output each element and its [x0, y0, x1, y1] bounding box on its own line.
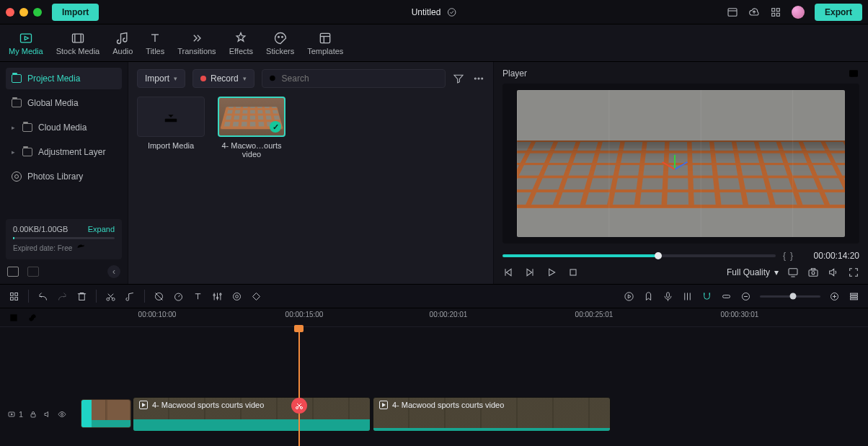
tab-effects[interactable]: Effects: [229, 31, 253, 55]
sidebar-item-cloud-media[interactable]: ▸ Cloud Media: [6, 117, 122, 138]
sidebar-item-adjustment-layer[interactable]: ▸ Adjustment Layer: [6, 141, 122, 163]
timeline-clip[interactable]: 4- Macwood sports courts video: [373, 397, 611, 432]
storage-expiry: Expired date: Free: [13, 244, 115, 252]
storage-expand-link[interactable]: Expand: [88, 225, 115, 233]
undo-icon[interactable]: [37, 291, 48, 302]
zoom-in-icon[interactable]: [829, 291, 840, 302]
cloud-upload-icon[interactable]: [748, 6, 760, 18]
sidebar-item-project-media[interactable]: Project Media: [6, 68, 122, 89]
render-icon[interactable]: [624, 291, 634, 302]
mixer-icon[interactable]: [682, 291, 693, 302]
user-avatar-icon[interactable]: [792, 6, 805, 19]
volume-icon[interactable]: [828, 267, 839, 278]
cut-icon[interactable]: [105, 291, 116, 302]
tab-audio[interactable]: Audio: [112, 31, 133, 55]
camera-snapshot-icon[interactable]: [807, 267, 819, 278]
ruler-tick: 00:00:30:01: [721, 311, 759, 318]
delete-icon[interactable]: [76, 291, 87, 302]
media-search[interactable]: [262, 69, 446, 88]
snapshot-icon[interactable]: [848, 68, 859, 79]
tab-my-media[interactable]: My Media: [9, 31, 43, 55]
track-lock-icon[interactable]: [29, 410, 37, 419]
clip-head-thumb[interactable]: [81, 399, 131, 428]
window-zoom-icon[interactable]: [33, 8, 42, 17]
tracks-view-icon[interactable]: [849, 291, 859, 302]
track-visible-icon[interactable]: [58, 410, 66, 419]
keyframe-icon[interactable]: [251, 291, 262, 302]
svg-marker-40: [830, 269, 834, 275]
apps-grid-icon[interactable]: [770, 6, 781, 18]
filter-icon[interactable]: [453, 73, 464, 84]
timeline-body[interactable]: 1 4- Macwood sports courts video 4- Macw…: [0, 327, 868, 446]
timeline-link-icon[interactable]: [27, 313, 37, 323]
svg-rect-84: [9, 412, 14, 416]
speed-icon[interactable]: [173, 291, 184, 302]
crop-icon[interactable]: [154, 291, 164, 302]
refresh-icon[interactable]: [76, 244, 85, 252]
collapse-sidebar-icon[interactable]: ‹: [107, 265, 120, 278]
color-icon[interactable]: [231, 291, 242, 302]
import-button[interactable]: Import: [52, 4, 99, 21]
cut-indicator-icon[interactable]: [291, 398, 307, 414]
zoom-slider[interactable]: [760, 295, 820, 298]
step-back-icon[interactable]: [502, 267, 514, 278]
svg-rect-34: [570, 269, 576, 275]
player-viewport[interactable]: [502, 84, 859, 244]
export-button[interactable]: Export: [815, 4, 862, 21]
sidebar-item-global-media[interactable]: Global Media: [6, 92, 122, 114]
tab-stock-media[interactable]: Stock Media: [56, 31, 100, 55]
tab-transitions[interactable]: Transitions: [177, 31, 216, 55]
time-ruler[interactable]: 00:00:10:00 00:00:15:00 00:00:20:01 00:0…: [81, 308, 868, 326]
timeline-clip[interactable]: 4- Macwood sports courts video: [133, 397, 371, 432]
link-icon[interactable]: [721, 291, 732, 302]
beat-icon[interactable]: [125, 291, 136, 302]
layout-icon[interactable]: [727, 6, 738, 18]
voiceover-icon[interactable]: [663, 291, 673, 302]
player-title: Player: [502, 68, 527, 79]
record-dot-icon: [200, 76, 206, 81]
stop-icon[interactable]: [567, 267, 579, 278]
magnet-icon[interactable]: [701, 291, 712, 302]
media-clip-tile[interactable]: ✓ 4- Macwo…ourts video: [218, 97, 285, 159]
range-out-button[interactable]: }: [790, 251, 793, 261]
range-in-button[interactable]: {: [783, 251, 786, 261]
grid-icon[interactable]: [9, 291, 19, 302]
text-icon[interactable]: [192, 291, 203, 302]
svg-rect-44: [15, 297, 18, 300]
more-icon[interactable]: [473, 73, 484, 84]
zoom-out-icon[interactable]: [740, 291, 751, 302]
display-toggle-icon[interactable]: [787, 267, 799, 278]
adjust-icon[interactable]: [212, 291, 223, 302]
svg-point-63: [236, 295, 239, 298]
new-bin-icon[interactable]: [27, 267, 39, 277]
tab-stickers[interactable]: Stickers: [266, 31, 294, 55]
marker-icon[interactable]: [643, 291, 654, 302]
track-lane[interactable]: 4- Macwood sports courts video 4- Macwoo…: [81, 393, 868, 435]
play-icon[interactable]: [546, 267, 557, 278]
seek-thumb[interactable]: [655, 252, 662, 259]
sidebar-item-photos-library[interactable]: Photos Library: [6, 166, 122, 187]
new-folder-icon[interactable]: [7, 267, 19, 277]
timeline-select-icon[interactable]: [9, 313, 19, 323]
window-minimize-icon[interactable]: [19, 8, 28, 17]
redo-icon[interactable]: [57, 291, 68, 302]
window-close-icon[interactable]: [6, 8, 14, 17]
record-dropdown[interactable]: Record ▾: [192, 69, 254, 88]
tab-templates[interactable]: Templates: [307, 31, 343, 55]
svg-rect-7: [20, 34, 31, 43]
fullscreen-icon[interactable]: [848, 267, 859, 278]
media-search-input[interactable]: [282, 73, 439, 84]
chevron-down-icon: ▾: [774, 267, 779, 277]
quality-dropdown[interactable]: Full Quality ▾: [727, 267, 779, 277]
import-dropdown[interactable]: Import ▾: [137, 69, 185, 88]
svg-rect-6: [776, 13, 779, 16]
ruler-tick: 00:00:25:01: [575, 311, 614, 318]
seek-bar-row: { } 00:00:14:20: [502, 251, 859, 261]
play-next-icon[interactable]: [524, 267, 536, 278]
tab-titles[interactable]: Titles: [146, 31, 164, 55]
import-media-tile[interactable]: Import Media: [137, 97, 205, 150]
tile-caption: Import Media: [148, 141, 194, 150]
seek-bar[interactable]: [502, 254, 776, 257]
track-mute-icon[interactable]: [43, 410, 52, 419]
playhead[interactable]: [298, 327, 300, 446]
